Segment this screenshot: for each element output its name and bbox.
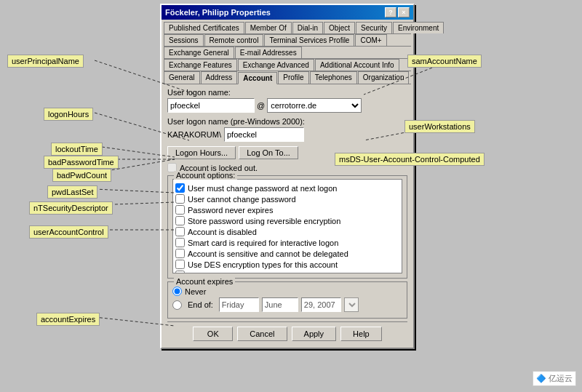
option-6-checkbox[interactable] (175, 238, 185, 247)
option-7-label: Account is sensitive and cannot be deleg… (188, 249, 348, 258)
apply-button[interactable]: Apply (292, 327, 337, 341)
tab-row-5: General Address Account Profile Telephon… (164, 71, 411, 84)
user-logon-pre-row: KARAKORUM\ (167, 127, 407, 142)
tab-account[interactable]: Account (238, 72, 277, 84)
option-2-label: User cannot change password (188, 195, 296, 204)
annotation-userPrincipalName: userPrincipalName (7, 55, 84, 68)
annotation-msDS: msDS-User-Account-Control-Computed (335, 153, 485, 166)
tab-row-3: Exchange General E-mail Addresses (164, 47, 411, 59)
annotation-lockoutTime: lockoutTime (51, 143, 103, 156)
user-logon-row: @ cerrotorre.de (167, 98, 407, 113)
ok-button[interactable]: OK (193, 327, 233, 341)
annotation-userWorkstations: userWorkstations (404, 120, 475, 133)
tab-member-of[interactable]: Member Of (245, 22, 292, 33)
help-button[interactable]: Help (340, 327, 382, 341)
end-of-radio[interactable] (172, 300, 182, 310)
tab-sessions[interactable]: Sessions (164, 34, 204, 46)
tab-object[interactable]: Object (324, 22, 355, 33)
annotation-samAccountName: samAccountName (407, 55, 482, 68)
end-date-select[interactable]: ▼ (344, 297, 359, 312)
tab-address[interactable]: Address (201, 71, 238, 84)
log-on-to-button[interactable]: Log On To... (239, 146, 298, 159)
tab-remote-control[interactable]: Remote control (204, 34, 264, 46)
option-1: User must change password at next logon (175, 183, 399, 193)
tab-environment[interactable]: Environment (393, 22, 444, 33)
end-date-day[interactable] (219, 297, 259, 312)
tabs-container: Published Certificates Member Of Dial-in… (162, 20, 413, 84)
tab-telephones[interactable]: Telephones (310, 71, 357, 84)
tab-terminal-services[interactable]: Terminal Services Profile (264, 34, 354, 46)
domain-select[interactable]: cerrotorre.de (267, 98, 362, 113)
tab-exchange-features[interactable]: Exchange Features (164, 59, 237, 71)
account-expires-group: Account expires Never End of: ▼ (167, 281, 407, 319)
never-radio-item: Never (172, 287, 402, 296)
tab-email-addresses[interactable]: E-mail Addresses (235, 47, 302, 58)
watermark: 🔷 亿运云 (533, 371, 576, 386)
option-1-checkbox[interactable] (175, 183, 185, 193)
account-options-group: Account options: User must change passwo… (167, 175, 407, 279)
option-7: Account is sensitive and cannot be deleg… (175, 249, 399, 258)
close-title-button[interactable]: × (398, 7, 410, 17)
never-label: Never (185, 287, 206, 296)
option-4-checkbox[interactable] (175, 216, 185, 225)
account-options-scroll[interactable]: User must change password at next logon … (172, 179, 402, 273)
user-logon-pre-label: User logon name (pre-Windows 2000): (167, 117, 407, 126)
option-7-checkbox[interactable] (175, 249, 185, 258)
tab-general[interactable]: General (164, 71, 200, 84)
option-9-checkbox[interactable] (175, 271, 185, 273)
option-2-checkbox[interactable] (175, 194, 185, 204)
tab-organization[interactable]: Organization (358, 71, 410, 84)
never-radio[interactable] (172, 287, 182, 296)
annotation-nTSecurityDescriptor: nTSecurityDescriptor (29, 201, 113, 215)
tab-com[interactable]: COM+ (355, 34, 386, 46)
tab-row-1: Published Certificates Member Of Dial-in… (164, 22, 411, 34)
account-expires-title: Account expires (174, 277, 235, 286)
option-8-checkbox[interactable] (175, 260, 185, 269)
annotation-accountExpires: accountExpires (36, 313, 100, 326)
tab-exchange-general[interactable]: Exchange General (164, 47, 234, 58)
end-of-label: End of: (188, 300, 213, 309)
annotation-badPasswordTime: badPasswordTime (44, 156, 119, 169)
annotation-pwdLastSet: pwdLastSet (47, 185, 97, 199)
at-sign: @ (257, 101, 265, 110)
annotation-userAccountControl: userAccountControl (29, 225, 108, 239)
option-3: Password never expires (175, 205, 399, 215)
account-options-title: Account options: (174, 171, 237, 180)
end-date-month[interactable] (262, 297, 298, 312)
option-3-checkbox[interactable] (175, 205, 185, 215)
annotation-badPwdCount: badPwdCount (52, 169, 111, 182)
tab-row-4: Exchange Features Exchange Advanced Addi… (164, 59, 411, 71)
option-2: User cannot change password (175, 194, 399, 204)
option-6: Smart card is required for interactive l… (175, 238, 399, 247)
tab-dial-in[interactable]: Dial-in (292, 22, 323, 33)
option-3-label: Password never expires (188, 206, 273, 215)
option-5-checkbox[interactable] (175, 227, 185, 236)
user-logon-label: User logon name: (167, 88, 407, 97)
user-logon-input[interactable] (167, 98, 255, 113)
user-logon-pre-group: User logon name (pre-Windows 2000): KARA… (167, 117, 407, 142)
annotation-logonHours: logonHours (44, 108, 93, 121)
tab-published-certificates[interactable]: Published Certificates (164, 22, 244, 33)
user-logon-group: User logon name: @ cerrotorre.de (167, 88, 407, 113)
option-8-label: Use DES encryption types for this accoun… (188, 260, 338, 269)
end-date-year[interactable] (301, 297, 341, 312)
option-6-label: Smart card is required for interactive l… (188, 239, 338, 247)
domain-prefix: KARAKORUM\ (167, 130, 221, 139)
tab-exchange-advanced[interactable]: Exchange Advanced (238, 59, 314, 71)
tab-profile[interactable]: Profile (278, 71, 308, 84)
tab-additional-account[interactable]: Additional Account Info (315, 59, 399, 71)
bottom-buttons: OK Cancel Apply Help (167, 321, 407, 344)
option-8: Use DES encryption types for this accoun… (175, 260, 399, 269)
user-logon-pre-input[interactable] (224, 127, 304, 142)
tab-row-2: Sessions Remote control Terminal Service… (164, 34, 411, 47)
logon-hours-button[interactable]: Logon Hours... (167, 146, 236, 159)
title-bar: Föckeler, Philipp Properties ? × (162, 5, 413, 20)
end-of-radio-item: End of: ▼ (172, 297, 402, 312)
option-5: Account is disabled (175, 227, 399, 236)
cancel-button[interactable]: Cancel (237, 327, 287, 341)
properties-dialog: Föckeler, Philipp Properties ? × Publish… (160, 4, 415, 349)
help-title-button[interactable]: ? (385, 7, 396, 17)
tab-security[interactable]: Security (356, 22, 392, 33)
option-1-label: User must change password at next logon (188, 184, 337, 193)
account-tab-content: User logon name: @ cerrotorre.de User lo… (162, 84, 413, 348)
